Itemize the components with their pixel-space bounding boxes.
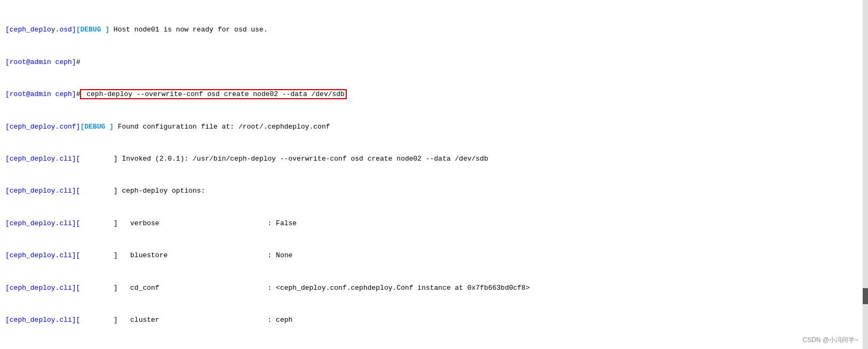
command-highlight-box: ceph-deploy --overwrite-conf osd create … [80,89,346,99]
line-text-9: ] cd_conf : <ceph_deploy.conf.cephdeploy… [80,284,530,292]
tag-cli-3: [ceph_deploy.cli][ [5,219,80,227]
line-text-6: ] ceph-deploy options: [80,187,205,195]
line-10: [ceph_deploy.cli][ ] cluster : ceph [5,315,863,326]
prompt-hash: # [76,58,81,66]
tag-root-admin: [root@admin ceph] [5,58,76,66]
line-4: [ceph_deploy.conf][DEBUG ] Found configu… [5,122,863,132]
line-9: [ceph_deploy.cli][ ] cd_conf : <ceph_dep… [5,283,863,294]
line-text-7: ] verbose : False [80,219,297,227]
line-2: [root@admin ceph]# [5,57,863,68]
line-8: [ceph_deploy.cli][ ] bluestore : None [5,250,863,261]
line-1: [ceph_deploy.osd][DEBUG ] Host node01 is… [5,25,863,35]
line-3: [root@admin ceph]# ceph-deploy --overwri… [5,89,863,100]
line-5: [ceph_deploy.cli][ ] Invoked (2.0.1): /u… [5,154,863,164]
line-text-4: Found configuration file at: /root/.ceph… [114,123,330,131]
tag-cli-2: [ceph_deploy.cli][ [5,187,80,195]
scrollbar-thumb[interactable] [863,288,868,304]
line-text-8: ] bluestore : None [80,251,292,259]
line-6: [ceph_deploy.cli][ ] ceph-deploy options… [5,186,863,196]
line-text-5: ] Invoked (2.0.1): /usr/bin/ceph-deploy … [80,155,488,163]
line-text: Host node01 is now ready for osd use. [109,26,267,34]
tag-cli-6: [ceph_deploy.cli][ [5,316,80,324]
line-11: [ceph_deploy.cli][ ] fs_type : xfs [5,347,863,350]
tag-cli-1: [ceph_deploy.cli][ [5,155,80,163]
tag-root-admin-2: [root@admin ceph] [5,90,76,98]
tag-cli-4: [ceph_deploy.cli][ [5,251,80,259]
tag-ceph-deploy-conf: [ceph_deploy.conf] [5,123,80,131]
scrollbar[interactable] [863,0,868,349]
line-7: [ceph_deploy.cli][ ] verbose : False [5,218,863,229]
debug-label-2: [DEBUG ] [80,123,113,131]
tag-ceph-deploy-osd: [ceph_deploy.osd] [5,26,76,34]
watermark: CSDN @小冯同学~ [802,336,858,345]
tag-cli-5: [ceph_deploy.cli][ [5,284,80,292]
line-text-10: ] cluster : ceph [80,316,292,324]
terminal-output: [ceph_deploy.osd][DEBUG ] Host node01 is… [0,0,868,349]
debug-label: [DEBUG ] [76,26,109,34]
